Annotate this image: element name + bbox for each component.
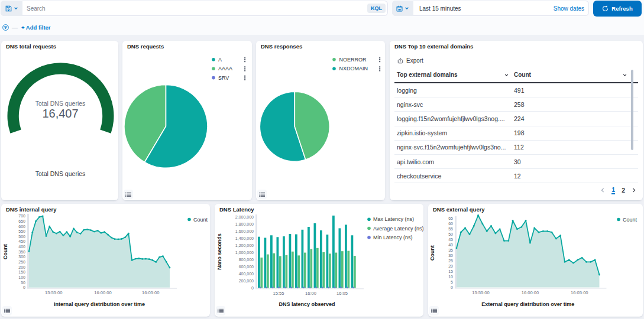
svg-text:55: 55 bbox=[448, 227, 453, 231]
svg-text:Internal query distribution ov: Internal query distribution over time bbox=[54, 301, 145, 307]
svg-text:650: 650 bbox=[18, 219, 25, 223]
svg-text:16:05: 16:05 bbox=[336, 291, 348, 296]
svg-text:1,200,000: 1,200,000 bbox=[235, 243, 254, 248]
svg-text:0: 0 bbox=[451, 285, 453, 289]
svg-text:16:00:00: 16:00:00 bbox=[94, 290, 112, 295]
svg-text:AAAA: AAAA bbox=[218, 66, 232, 71]
svg-text:A: A bbox=[218, 57, 222, 63]
svg-text:60: 60 bbox=[448, 222, 453, 226]
svg-text:25: 25 bbox=[448, 259, 453, 263]
svg-text:0: 0 bbox=[23, 285, 25, 289]
svg-text:SRV: SRV bbox=[218, 75, 229, 81]
svg-text:Count: Count bbox=[2, 244, 8, 259]
svg-text:Max Latency (ns): Max Latency (ns) bbox=[373, 216, 414, 222]
svg-text:Count: Count bbox=[429, 245, 435, 261]
svg-text:150: 150 bbox=[18, 270, 25, 274]
svg-text:NOERROR: NOERROR bbox=[339, 57, 367, 63]
svg-text:1,400,000: 1,400,000 bbox=[235, 236, 254, 240]
svg-text:16:05:00: 16:05:00 bbox=[142, 290, 160, 295]
svg-text:10: 10 bbox=[448, 275, 453, 279]
svg-text:Count: Count bbox=[623, 217, 637, 223]
svg-text:250: 250 bbox=[18, 260, 25, 264]
svg-text:Total DNS queries: Total DNS queries bbox=[35, 170, 86, 177]
svg-text:45: 45 bbox=[448, 237, 453, 242]
svg-text:Nano seconds: Nano seconds bbox=[216, 233, 222, 270]
svg-text:0: 0 bbox=[251, 286, 254, 290]
svg-text:1,800,000: 1,800,000 bbox=[235, 222, 254, 226]
svg-text:200: 200 bbox=[18, 265, 25, 269]
svg-text:600,000: 600,000 bbox=[239, 265, 254, 269]
svg-text:65: 65 bbox=[448, 216, 453, 220]
svg-text:NXDOMAIN: NXDOMAIN bbox=[339, 66, 368, 71]
svg-text:Min Latency (ns): Min Latency (ns) bbox=[373, 235, 413, 240]
svg-text:50: 50 bbox=[448, 232, 453, 236]
svg-text:5: 5 bbox=[451, 280, 453, 284]
svg-text:15:55: 15:55 bbox=[273, 291, 284, 296]
svg-text:15:55:00: 15:55:00 bbox=[45, 290, 63, 295]
svg-text:40: 40 bbox=[448, 243, 453, 247]
svg-text:1,600,000: 1,600,000 bbox=[235, 229, 254, 233]
svg-text:16:00:00: 16:00:00 bbox=[522, 290, 539, 295]
svg-text:Count: Count bbox=[193, 217, 208, 223]
svg-text:200,000: 200,000 bbox=[239, 279, 254, 283]
svg-text:50: 50 bbox=[21, 281, 25, 285]
svg-text:30: 30 bbox=[448, 253, 453, 258]
svg-text:100: 100 bbox=[18, 275, 25, 279]
svg-text:16,407: 16,407 bbox=[42, 107, 78, 120]
svg-text:35: 35 bbox=[448, 248, 453, 252]
svg-text:800,000: 800,000 bbox=[239, 258, 254, 262]
svg-text:400,000: 400,000 bbox=[239, 272, 254, 276]
svg-text:External query distribution ov: External query distribution over time bbox=[481, 301, 574, 307]
svg-text:2,000,000: 2,000,000 bbox=[235, 215, 254, 219]
svg-text:350: 350 bbox=[18, 250, 25, 254]
svg-text:600: 600 bbox=[18, 224, 25, 229]
svg-text:15: 15 bbox=[448, 269, 453, 274]
svg-text:500: 500 bbox=[18, 235, 25, 239]
svg-text:20: 20 bbox=[448, 264, 453, 268]
svg-text:700: 700 bbox=[18, 214, 25, 218]
svg-text:400: 400 bbox=[18, 245, 25, 249]
svg-text:16:05:00: 16:05:00 bbox=[571, 290, 588, 295]
svg-text:1,000,000: 1,000,000 bbox=[235, 250, 254, 255]
svg-text:450: 450 bbox=[18, 239, 25, 243]
svg-text:550: 550 bbox=[18, 229, 25, 233]
svg-text:Average Latency (ns): Average Latency (ns) bbox=[373, 226, 423, 232]
svg-text:300: 300 bbox=[18, 255, 25, 259]
svg-text:16:00: 16:00 bbox=[305, 291, 316, 296]
svg-text:DNS latency observed: DNS latency observed bbox=[279, 301, 335, 307]
svg-text:15:55:00: 15:55:00 bbox=[472, 290, 490, 295]
svg-text:Total DNS queries: Total DNS queries bbox=[35, 100, 86, 107]
